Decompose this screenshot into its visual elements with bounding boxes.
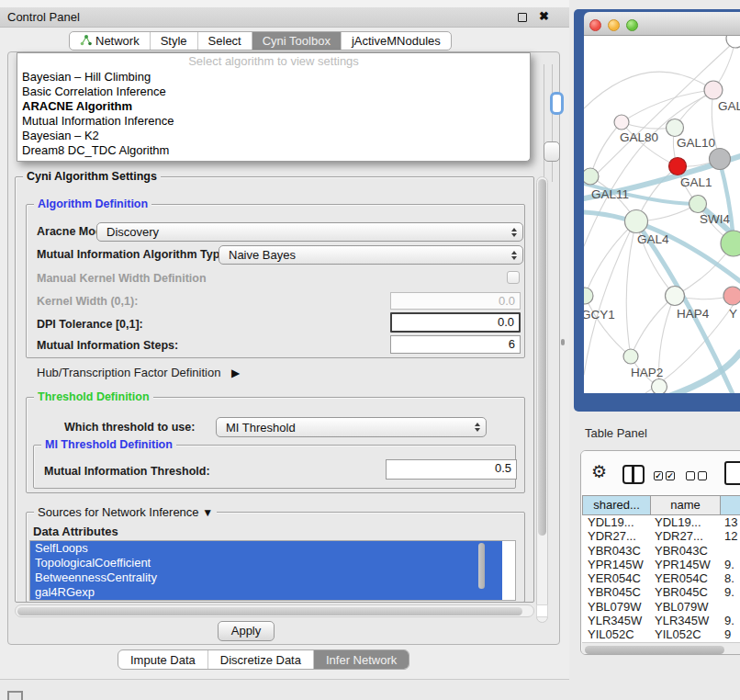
table-row[interactable]: YIL052CYIL052C9 xyxy=(582,627,740,641)
which-threshold-select[interactable]: MI Threshold xyxy=(216,417,487,437)
network-edge xyxy=(622,90,713,122)
table-row[interactable]: YDL19...YDL19...13 xyxy=(582,515,740,529)
network-node[interactable] xyxy=(584,168,599,185)
control-panel-titlebar[interactable]: Control Panel ✖ xyxy=(0,7,569,28)
tab-network[interactable]: Network xyxy=(70,32,150,50)
tab-label: Network xyxy=(95,34,140,48)
table-row[interactable]: YBR043CYBR043C xyxy=(582,544,740,558)
tab-style[interactable]: Style xyxy=(150,32,197,50)
network-node[interactable] xyxy=(625,210,648,233)
table-row[interactable]: YLR345WYLR345W9. xyxy=(582,614,740,627)
algorithm-option[interactable]: Dream8 DC_TDC Algorithm xyxy=(17,143,530,158)
column-header-name[interactable]: name xyxy=(651,495,721,515)
kernel-width-field[interactable]: 0.0 xyxy=(390,292,521,310)
mi-steps-label: Mutual Information Steps: xyxy=(37,339,178,352)
algorithm-dropdown: Select algorithm to view settings Bayesi… xyxy=(17,52,531,162)
tab-select[interactable]: Select xyxy=(197,32,252,50)
node-label: Y xyxy=(729,307,737,321)
network-node[interactable] xyxy=(726,36,740,48)
network-node[interactable] xyxy=(667,119,684,137)
network-node[interactable] xyxy=(666,287,685,306)
hub-definition-toggle[interactable]: Hub/Transcription Factor Definition ▶ xyxy=(37,366,240,379)
select-all-checkbox-icon[interactable]: ✓ xyxy=(666,471,675,480)
attribute-list-item[interactable]: BetweennessCentrality xyxy=(30,570,502,585)
network-node[interactable] xyxy=(652,379,667,394)
table-cell: YIL052C xyxy=(651,627,721,641)
sources-toggle[interactable]: Sources for Network Inference ▼ xyxy=(34,505,217,519)
selected-value: MI Threshold xyxy=(217,421,473,435)
float-icon[interactable] xyxy=(518,13,527,22)
tab-jactivemnodules[interactable]: jActiveMNodules xyxy=(341,32,451,50)
algorithm-option[interactable]: Bayesian – K2 xyxy=(17,129,530,143)
table-cell: YDL19... xyxy=(582,515,651,529)
table-row[interactable]: YBR045CYBR045C9. xyxy=(582,585,740,599)
table-row[interactable]: YBL079WYBL079W xyxy=(582,600,740,614)
attribute-list-item[interactable]: gal4RGexp xyxy=(30,585,502,600)
mi-algorithm-type-label: Mutual Information Algorithm Type: xyxy=(37,248,230,261)
tab-impute-data[interactable]: Impute Data xyxy=(118,650,207,669)
column-header-partial[interactable]: A xyxy=(721,495,740,515)
tab-discretize-data[interactable]: Discretize Data xyxy=(207,650,313,669)
settings-horizontal-scrollbar-thumb[interactable] xyxy=(17,607,522,615)
dpi-tolerance-label: DPI Tolerance [0,1]: xyxy=(37,318,143,331)
column-header-shared[interactable]: shared... xyxy=(582,495,651,515)
hub-definition-label: Hub/Transcription Factor Definition xyxy=(37,366,220,379)
data-attributes-list[interactable]: SelfLoopsTopologicalCoefficientBetweenne… xyxy=(29,540,516,601)
tab-label: Select xyxy=(208,34,241,48)
minimize-traffic-light-icon[interactable] xyxy=(608,19,620,31)
panel-splitter-handle[interactable] xyxy=(561,339,565,345)
table-row[interactable]: YER054CYER054C8. xyxy=(582,571,740,585)
table-cell: YDL19... xyxy=(651,515,721,529)
deselect-all-checkbox-icon[interactable] xyxy=(698,471,707,480)
background-fragment xyxy=(544,64,544,182)
network-node[interactable] xyxy=(669,158,687,175)
document-icon[interactable] xyxy=(724,461,740,485)
attribute-list-item[interactable]: SelfLoops xyxy=(30,541,502,556)
network-window-titlebar[interactable] xyxy=(584,12,740,36)
network-node[interactable] xyxy=(584,288,593,304)
manual-kernel-checkbox[interactable] xyxy=(507,271,520,284)
table-row[interactable]: YDR27...YDR27...12 xyxy=(582,529,740,543)
network-node[interactable] xyxy=(704,81,723,99)
mi-threshold-field[interactable]: 0.5 xyxy=(386,459,517,480)
close-traffic-light-icon[interactable] xyxy=(589,19,601,31)
settings-vertical-scrollbar-thumb[interactable] xyxy=(538,179,546,536)
attr-list-scrollbar[interactable] xyxy=(478,543,485,589)
dpi-tolerance-field[interactable]: 0.0 xyxy=(390,312,521,333)
tab-cyni-toolbox[interactable]: Cyni Toolbox xyxy=(252,32,341,50)
algorithm-option[interactable]: Bayesian – Hill Climbing xyxy=(17,70,530,85)
table-cell: 9. xyxy=(721,585,740,599)
algorithm-option[interactable]: ARACNE Algorithm xyxy=(17,99,530,114)
tab-infer-network[interactable]: Infer Network xyxy=(313,650,409,669)
mi-steps-field[interactable]: 6 xyxy=(390,335,521,354)
network-canvas[interactable]: GALGAL80GAL10GAL1GAL11SWI4GAL4GCY1HAP4YH… xyxy=(584,36,740,393)
deselect-all-checkbox-icon[interactable] xyxy=(686,471,695,480)
table-row[interactable]: YPR145WYPR145W9. xyxy=(582,558,740,571)
apply-button[interactable]: Apply xyxy=(218,621,275,641)
network-node[interactable] xyxy=(614,115,629,130)
mi-algorithm-type-select[interactable]: Naive Bayes xyxy=(219,245,523,265)
algorithm-option[interactable]: Mutual Information Inference xyxy=(17,114,530,129)
kernel-width-label: Kernel Width (0,1): xyxy=(37,295,138,308)
cyni-bottom-tabbar: Impute Data Discretize Data Infer Networ… xyxy=(118,649,409,670)
node-label: GAL80 xyxy=(620,130,658,144)
background-strip xyxy=(0,0,569,7)
data-attributes-label: Data Attributes xyxy=(33,525,118,538)
network-node[interactable] xyxy=(710,149,731,170)
table-horizontal-scrollbar-thumb[interactable] xyxy=(585,646,724,654)
network-node[interactable] xyxy=(723,287,740,305)
aracne-mode-select[interactable]: Discovery xyxy=(96,222,523,242)
background-fragment xyxy=(552,64,553,182)
algorithm-option[interactable]: Basic Correlation Inference xyxy=(17,85,530,99)
attribute-list-item[interactable]: TopologicalCoefficient xyxy=(30,556,502,570)
network-node[interactable] xyxy=(721,231,740,256)
select-all-checkbox-icon[interactable]: ✓ xyxy=(654,471,663,480)
columns-icon[interactable] xyxy=(622,465,645,484)
network-node[interactable] xyxy=(623,349,638,364)
network-node[interactable] xyxy=(690,196,707,213)
which-threshold-label: Which threshold to use: xyxy=(64,421,195,434)
table-horizontal-scrollbar[interactable] xyxy=(582,642,740,655)
zoom-traffic-light-icon[interactable] xyxy=(626,19,638,31)
close-icon[interactable]: ✖ xyxy=(539,9,549,23)
gear-icon[interactable]: ⚙ xyxy=(591,461,607,482)
